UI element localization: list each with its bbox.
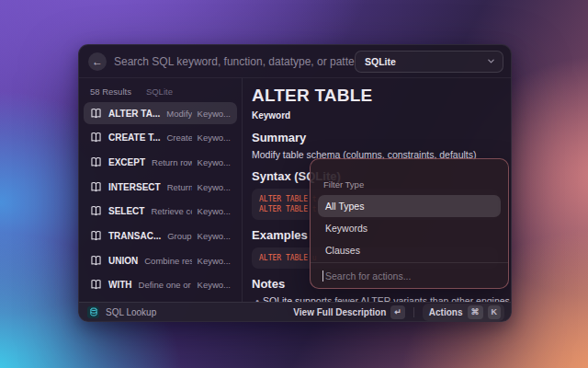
- results-header: 58 Results SQLite: [79, 84, 242, 98]
- actions-label: Actions: [429, 307, 463, 317]
- footer-divider: [413, 307, 414, 317]
- item-accessory: Keywo...: [192, 109, 231, 119]
- item-subtitle: Retrieve colu...: [151, 206, 191, 216]
- search-bar: ← SQLite: [79, 45, 511, 78]
- sql-lookup-window: ← SQLite 58 Results SQLite ALTER TA...Mo…: [78, 44, 512, 322]
- results-list: 58 Results SQLite ALTER TA...Modify ta..…: [79, 78, 243, 302]
- filter-type-label: Filter Type: [311, 179, 508, 191]
- results-count: 58 Results: [90, 86, 131, 97]
- item-title: CREATE T...: [108, 132, 160, 143]
- open-book-icon: [90, 205, 102, 217]
- open-book-icon: [90, 156, 102, 168]
- item-subtitle: Modify ta...: [166, 109, 191, 119]
- item-subtitle: Combine resul...: [144, 256, 191, 266]
- note-item: • SQLite supports fewer ALTER variants t…: [252, 295, 498, 302]
- overlay-spacer: [311, 159, 508, 179]
- item-subtitle: Create a...: [166, 132, 191, 143]
- arrow-left-icon: ←: [92, 56, 103, 67]
- item-title: SELECT: [108, 206, 144, 216]
- detail-subtitle: Keyword: [252, 110, 498, 121]
- list-item[interactable]: WITHDefine one or m...Keywo...: [84, 274, 237, 296]
- item-accessory: Keywo...: [192, 132, 231, 143]
- bullet-dot: •: [252, 295, 263, 302]
- item-subtitle: Define one or m...: [139, 280, 192, 290]
- filter-option-label: All Types: [325, 201, 364, 212]
- list-item[interactable]: ALTER TA...Modify ta...Keywo...: [84, 102, 237, 124]
- open-book-icon: [90, 132, 102, 144]
- item-accessory: Keywo...: [192, 231, 231, 241]
- item-accessory: Keywo...: [192, 256, 231, 266]
- item-subtitle: Group st...: [167, 231, 191, 241]
- filter-option-keywords[interactable]: Keywords: [318, 217, 501, 239]
- item-accessory: Keywo...: [192, 182, 231, 192]
- item-title: INTERSECT: [108, 182, 161, 192]
- database-icon: [87, 306, 99, 318]
- note-text: SQLite supports fewer ALTER variants tha…: [263, 295, 510, 302]
- open-book-icon: [90, 108, 102, 120]
- results-rows: ALTER TA...Modify ta...Keywo...CREATE T.…: [79, 98, 242, 302]
- filter-option-all-types[interactable]: All Types: [318, 195, 501, 217]
- open-book-icon: [90, 255, 102, 267]
- item-title: WITH: [108, 280, 132, 290]
- results-scope: SQLite: [146, 86, 173, 97]
- list-item[interactable]: INTERSECTReturn ro...Keywo...: [84, 176, 237, 198]
- open-book-icon: [90, 279, 102, 291]
- item-accessory: Keywo...: [192, 206, 231, 216]
- enter-key-badge: ↵: [390, 305, 405, 319]
- cmd-key-badge: ⌘: [468, 305, 483, 319]
- engine-dropdown[interactable]: SQLite: [355, 51, 503, 73]
- filter-option-label: Clauses: [325, 245, 360, 256]
- back-button[interactable]: ←: [88, 52, 107, 71]
- item-subtitle: Return ro...: [167, 182, 192, 192]
- list-item[interactable]: UNIONCombine resul...Keywo...: [84, 249, 237, 271]
- filter-type-items: All Types Keywords Clauses: [311, 191, 508, 261]
- list-item[interactable]: EXCEPTReturn rows f...Keywo...: [84, 151, 237, 173]
- actions-search-placeholder: Search for actions...: [325, 270, 411, 282]
- k-key-badge: K: [488, 305, 502, 319]
- search-input[interactable]: [114, 55, 355, 68]
- syntax-line-2: ALTER TABLE t: [259, 205, 317, 213]
- list-item[interactable]: CREATE T...Create a...Keywo...: [84, 127, 237, 149]
- text-cursor: [322, 270, 323, 282]
- app-name: SQL Lookup: [106, 307, 156, 317]
- open-book-icon: [90, 181, 102, 193]
- item-title: TRANSAC...: [108, 231, 161, 241]
- item-subtitle: Return rows f...: [152, 157, 192, 167]
- filter-option-clauses[interactable]: Clauses: [318, 239, 501, 261]
- summary-heading: Summary: [252, 131, 498, 144]
- syntax-line-1: ALTER TABLE t: [259, 195, 317, 203]
- example-line: ALTER TABLE u: [259, 254, 317, 262]
- chevron-down-icon: [487, 57, 495, 65]
- view-full-description-button[interactable]: View Full Description ↵: [293, 305, 405, 319]
- list-item[interactable]: SELECTRetrieve colu...Keywo...: [84, 201, 237, 223]
- open-book-icon: [90, 230, 102, 242]
- list-item[interactable]: TRANSAC...Group st...Keywo...: [84, 224, 237, 247]
- filter-option-label: Keywords: [325, 223, 368, 234]
- detail-title: ALTER TABLE: [252, 86, 498, 106]
- action-bar: SQL Lookup View Full Description ↵ Actio…: [79, 302, 511, 321]
- item-accessory: Keywo...: [192, 280, 231, 290]
- engine-dropdown-value: SQLite: [365, 56, 396, 67]
- view-full-description-label: View Full Description: [293, 307, 386, 317]
- actions-button[interactable]: Actions ⌘ K: [423, 304, 504, 321]
- item-accessory: Keywo...: [192, 157, 231, 167]
- item-title: EXCEPT: [108, 157, 145, 167]
- actions-search-input[interactable]: Search for actions...: [311, 262, 508, 288]
- item-title: ALTER TA...: [108, 109, 160, 119]
- item-title: UNION: [108, 256, 138, 266]
- filter-type-overlay: Filter Type All Types Keywords Clauses S…: [310, 158, 509, 289]
